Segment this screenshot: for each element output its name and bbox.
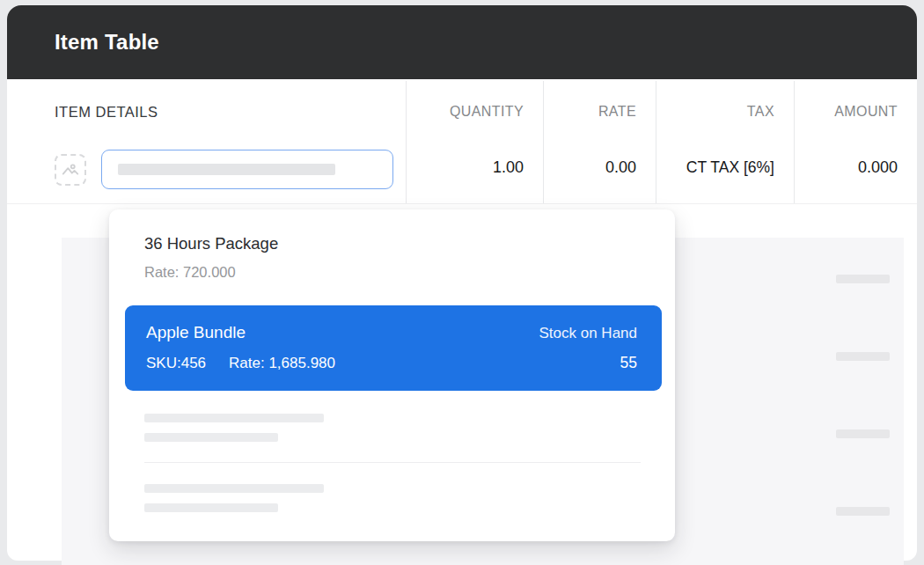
amount-skeleton-bar bbox=[836, 507, 890, 516]
item-search-input-field[interactable] bbox=[102, 150, 392, 188]
image-icon bbox=[61, 160, 80, 180]
column-header-rate: RATE bbox=[543, 104, 636, 120]
amount-skeleton-bar bbox=[836, 429, 890, 438]
item-table-titlebar: Item Table bbox=[7, 5, 917, 79]
skeleton-bar bbox=[144, 503, 278, 512]
item-table-header-row: ITEM DETAILS QUANTITY RATE TAX AMOUNT 1.… bbox=[7, 79, 917, 204]
column-divider bbox=[406, 81, 407, 203]
item-suggestions-dropdown: 36 Hours Package Rate: 720.000 Apple Bun… bbox=[109, 209, 675, 541]
column-header-item-details: ITEM DETAILS bbox=[55, 104, 158, 121]
column-divider bbox=[543, 81, 544, 203]
dropdown-option-apple-bundle-selected[interactable]: Apple Bundle Stock on Hand SKU:456 Rate:… bbox=[125, 305, 662, 391]
column-header-tax: TAX bbox=[656, 104, 774, 120]
column-divider bbox=[656, 81, 656, 203]
skeleton-bar bbox=[144, 414, 324, 422]
skeleton-bar bbox=[144, 484, 324, 493]
item-table-card: Item Table ITEM DETAILS QUANTITY RATE TA… bbox=[7, 5, 917, 561]
amount-cell: 0.000 bbox=[794, 158, 898, 177]
column-divider bbox=[794, 81, 795, 203]
skeleton-bar bbox=[144, 433, 278, 442]
option-name: 36 Hours Package bbox=[144, 234, 640, 253]
option-rate: Rate: 1,685.980 bbox=[229, 355, 335, 372]
column-header-amount: AMOUNT bbox=[794, 104, 898, 120]
item-image-placeholder[interactable] bbox=[55, 154, 86, 186]
rate-cell[interactable]: 0.00 bbox=[543, 158, 636, 177]
dropdown-option-36-hours-package[interactable]: 36 Hours Package Rate: 720.000 bbox=[109, 220, 675, 281]
amount-skeleton-bar bbox=[836, 275, 890, 283]
column-header-quantity: QUANTITY bbox=[406, 104, 524, 120]
option-name: Apple Bundle bbox=[146, 323, 246, 342]
page-title: Item Table bbox=[55, 30, 159, 55]
stock-on-hand-label: Stock on Hand bbox=[539, 325, 637, 342]
stock-on-hand-value: 55 bbox=[620, 354, 637, 372]
quantity-cell[interactable]: 1.00 bbox=[406, 158, 524, 177]
item-search-input[interactable] bbox=[101, 150, 393, 189]
option-sku: SKU:456 bbox=[146, 355, 206, 372]
amount-skeleton-bar bbox=[836, 352, 890, 361]
dropdown-divider bbox=[144, 462, 641, 463]
option-rate: Rate: 720.000 bbox=[144, 264, 640, 281]
tax-cell[interactable]: CT TAX [6%] bbox=[656, 158, 774, 177]
